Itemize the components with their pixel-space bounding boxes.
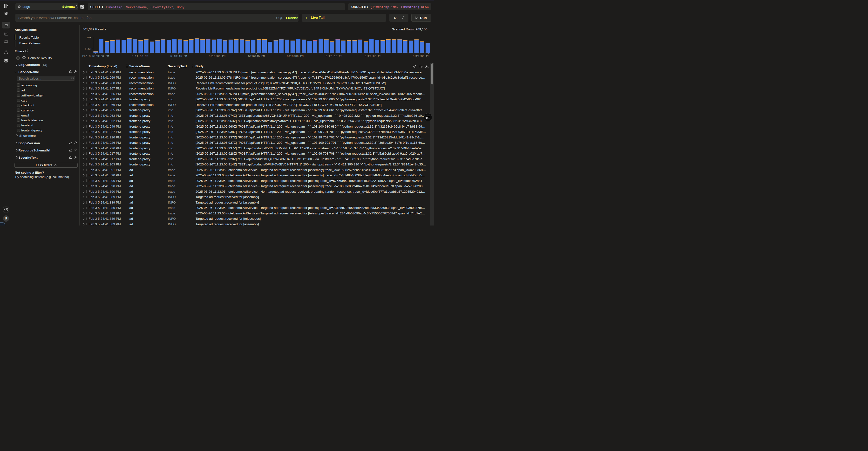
svg-text:5:13:15 PM: 5:13:15 PM bbox=[170, 55, 187, 58]
svg-text:5:22:00 PM: 5:22:00 PM bbox=[365, 55, 381, 58]
svg-text:5:18:30 PM: 5:18:30 PM bbox=[287, 55, 304, 58]
svg-text:5:16:45 PM: 5:16:45 PM bbox=[248, 55, 265, 58]
svg-text:5:20:15 PM: 5:20:15 PM bbox=[326, 55, 342, 58]
svg-text:10K: 10K bbox=[86, 36, 91, 39]
svg-text:5:24:30 PM: 5:24:30 PM bbox=[413, 55, 429, 58]
svg-text:2.5K: 2.5K bbox=[85, 48, 91, 51]
svg-text:5:15:00 PM: 5:15:00 PM bbox=[209, 55, 225, 58]
svg-text:Feb 3 5:09:30 PM: Feb 3 5:09:30 PM bbox=[82, 55, 109, 58]
svg-text:5:11:30 PM: 5:11:30 PM bbox=[131, 55, 148, 58]
